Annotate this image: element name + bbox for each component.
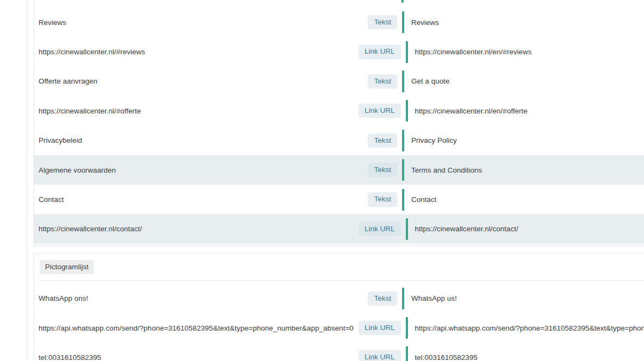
translation-row[interactable]: Offerte aanvragen Tekst Get a quote: [34, 67, 644, 96]
field-type-cell: Link URL: [359, 104, 401, 118]
translation-row[interactable]: https://cinewallcenter.nl/#reviews Link …: [34, 37, 644, 66]
translation-accent-bar: [402, 288, 404, 309]
translation-accent-bar: [402, 11, 404, 33]
translation-row[interactable]: Contact Tekst Contact: [34, 185, 644, 214]
translation-row[interactable]: tel:0031610582395 Link URL tel:003161058…: [34, 343, 644, 361]
translation-text[interactable]: WhatsApp us!: [411, 294, 457, 302]
widget-section-pictogramlijst: Pictogramlijst WhatsApp ons! Tekst Whats…: [34, 253, 644, 361]
translation-accent-bar: [402, 130, 404, 151]
translation-accent-bar: [402, 71, 404, 92]
field-type-cell: Link URL: [359, 350, 401, 361]
field-type-cell: Link URL: [359, 222, 401, 236]
field-type-badge: Tekst: [368, 292, 397, 306]
translation-row-list: Reviews Tekst Reviews https://cinewallce…: [34, 0, 644, 244]
source-text: https://cinewallcenter.nl/#reviews: [39, 48, 359, 56]
translation-row[interactable]: https://cinewallcenter.nl/#offerte Link …: [34, 96, 644, 125]
translation-text[interactable]: Get a quote: [411, 77, 450, 85]
source-text: https://cinewallcenter.nl/#offerte: [39, 107, 359, 115]
field-type-badge: Link URL: [359, 222, 401, 236]
field-type-badge: Link URL: [359, 45, 401, 59]
translation-accent-bar: [406, 218, 408, 240]
field-type-cell: Tekst: [359, 292, 397, 306]
translation-text[interactable]: tel:0031610582395: [415, 353, 478, 361]
translation-row[interactable]: WhatsApp ons! Tekst WhatsApp us!: [34, 284, 644, 313]
translation-row[interactable]: Privacybeleid Tekst Privacy Policy: [34, 126, 644, 155]
field-type-cell: Tekst: [359, 192, 397, 206]
section-title-chip: Pictogramlijst: [40, 260, 94, 274]
translation-accent-bar: [401, 0, 404, 3]
translation-row[interactable]: https://api.whatsapp.com/send/?phone=316…: [34, 313, 644, 343]
field-type-badge: Link URL: [359, 104, 401, 118]
source-text: Algemene voorwaarden: [39, 166, 359, 174]
translation-text[interactable]: https://cinewallcenter.nl/en/#reviews: [415, 48, 532, 56]
translation-editor: Reviews Tekst Reviews https://cinewallce…: [0, 0, 644, 361]
translation-text[interactable]: https://api.whatsapp.com/send/?phone=316…: [415, 324, 644, 332]
source-text: WhatsApp ons!: [39, 294, 359, 302]
translation-text[interactable]: Reviews: [411, 18, 439, 27]
field-type-cell: Tekst: [359, 15, 397, 29]
field-type-badge: Tekst: [368, 163, 397, 177]
section-divider: [39, 280, 644, 281]
translation-accent-bar: [406, 317, 408, 339]
source-text: Privacybeleid: [39, 136, 359, 144]
field-type-cell: Tekst: [359, 163, 397, 177]
translation-accent-bar: [402, 189, 404, 211]
translation-accent-bar: [406, 41, 408, 63]
translation-row-list: WhatsApp ons! Tekst WhatsApp us! https:/…: [34, 284, 644, 361]
translation-accent-bar: [406, 346, 408, 361]
field-type-badge: Link URL: [359, 350, 401, 361]
source-text: Contact: [39, 195, 359, 204]
translation-text[interactable]: https://cinewallcenter.nl/contact/: [415, 225, 519, 233]
field-type-cell: Link URL: [359, 321, 401, 335]
field-type-badge: Tekst: [368, 15, 397, 29]
translation-accent-bar: [406, 100, 408, 122]
translation-text[interactable]: https://cinewallcenter.nl/en/#offerte: [415, 107, 528, 115]
translation-accent-bar: [402, 159, 404, 181]
widget-section-links: Reviews Tekst Reviews https://cinewallce…: [34, 0, 644, 246]
translation-text[interactable]: Terms and Conditions: [411, 166, 482, 174]
translation-text[interactable]: Privacy Policy: [411, 136, 457, 144]
field-type-badge: Tekst: [368, 192, 397, 206]
source-text: https://api.whatsapp.com/send/?phone=316…: [39, 324, 359, 332]
field-type-cell: Tekst: [359, 134, 397, 148]
source-text: Offerte aanvragen: [39, 77, 359, 85]
translation-row-selected[interactable]: Algemene voorwaarden Tekst Terms and Con…: [34, 155, 644, 185]
translation-row[interactable]: Reviews Tekst Reviews: [34, 8, 644, 37]
field-type-badge: Tekst: [368, 74, 397, 88]
field-type-badge: Tekst: [368, 134, 397, 148]
field-type-cell: Link URL: [359, 45, 401, 59]
source-text: https://cinewallcenter.nl/contact/: [39, 225, 359, 233]
source-text: tel:0031610582395: [39, 353, 359, 361]
panel-divider-line: [27, 0, 27, 361]
source-text: Reviews: [39, 18, 359, 27]
field-type-badge: Link URL: [359, 321, 401, 335]
translation-text[interactable]: Contact: [411, 195, 437, 204]
translation-row-selected[interactable]: https://cinewallcenter.nl/contact/ Link …: [34, 214, 644, 244]
field-type-cell: Tekst: [359, 74, 397, 88]
